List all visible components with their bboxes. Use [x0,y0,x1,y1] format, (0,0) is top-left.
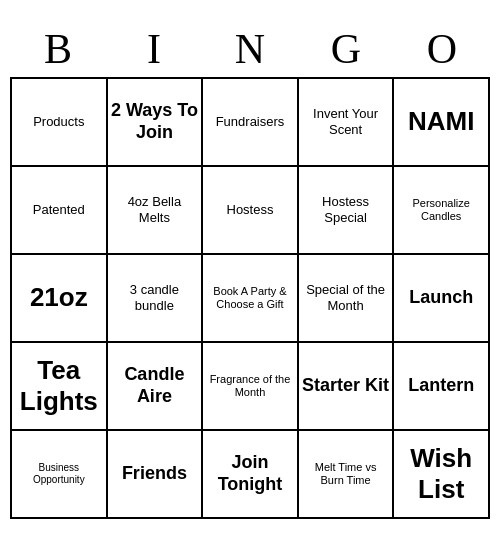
bingo-cell: Fragrance of the Month [203,343,299,431]
bingo-header: B I N G O [10,25,490,73]
bingo-cell: Lantern [394,343,490,431]
bingo-cell: 3 candle bundle [108,255,204,343]
bingo-cell: 2 Ways To Join [108,79,204,167]
bingo-cell: Launch [394,255,490,343]
bingo-cell: Business Opportunity [12,431,108,519]
bingo-cell: Patented [12,167,108,255]
letter-g: G [306,25,386,73]
letter-o: O [402,25,482,73]
bingo-cell: Melt Time vs Burn Time [299,431,395,519]
bingo-cell: Friends [108,431,204,519]
bingo-cell: Candle Aire [108,343,204,431]
bingo-cell: Tea Lights [12,343,108,431]
bingo-cell: Book A Party & Choose a Gift [203,255,299,343]
bingo-cell: Hostess Special [299,167,395,255]
bingo-cell: 4oz Bella Melts [108,167,204,255]
bingo-cell: Starter Kit [299,343,395,431]
bingo-cell: Special of the Month [299,255,395,343]
bingo-cell: Fundraisers [203,79,299,167]
bingo-cell: 21oz [12,255,108,343]
bingo-cell: Products [12,79,108,167]
bingo-card: B I N G O Products2 Ways To JoinFundrais… [10,25,490,519]
bingo-cell: NAMI [394,79,490,167]
bingo-cell: Wish List [394,431,490,519]
letter-i: I [114,25,194,73]
bingo-grid: Products2 Ways To JoinFundraisersInvent … [10,77,490,519]
bingo-cell: Hostess [203,167,299,255]
letter-n: N [210,25,290,73]
bingo-cell: Join Tonight [203,431,299,519]
letter-b: B [18,25,98,73]
bingo-cell: Personalize Candles [394,167,490,255]
bingo-cell: Invent Your Scent [299,79,395,167]
